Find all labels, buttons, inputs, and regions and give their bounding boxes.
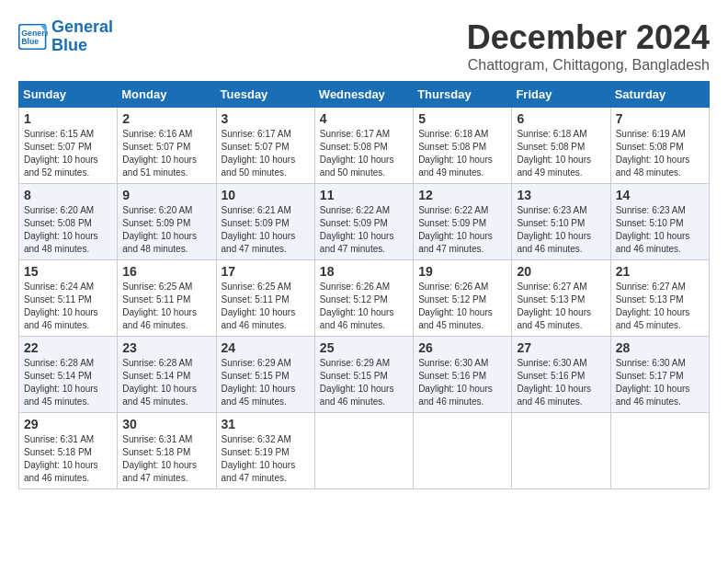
logo-icon: General Blue bbox=[18, 24, 48, 50]
day-info: Sunrise: 6:27 AMSunset: 5:13 PMDaylight:… bbox=[616, 281, 704, 332]
day-info: Sunrise: 6:29 AMSunset: 5:15 PMDaylight:… bbox=[320, 357, 408, 408]
day-info: Sunrise: 6:25 AMSunset: 5:11 PMDaylight:… bbox=[222, 281, 310, 332]
table-row: 28 Sunrise: 6:30 AMSunset: 5:17 PMDaylig… bbox=[610, 337, 709, 413]
day-number: 23 bbox=[122, 340, 210, 355]
day-number: 3 bbox=[222, 111, 310, 126]
day-info: Sunrise: 6:23 AMSunset: 5:10 PMDaylight:… bbox=[517, 204, 605, 256]
day-info: Sunrise: 6:23 AMSunset: 5:10 PMDaylight:… bbox=[616, 204, 704, 256]
table-row: 15 Sunrise: 6:24 AMSunset: 5:11 PMDaylig… bbox=[19, 260, 118, 337]
table-row bbox=[314, 413, 413, 489]
day-number: 30 bbox=[122, 417, 210, 431]
day-number: 4 bbox=[320, 111, 408, 126]
table-row: 1 Sunrise: 6:15 AMSunset: 5:07 PMDayligh… bbox=[19, 108, 118, 184]
table-row: 21 Sunrise: 6:27 AMSunset: 5:13 PMDaylig… bbox=[610, 260, 709, 337]
table-row: 5 Sunrise: 6:18 AMSunset: 5:08 PMDayligh… bbox=[414, 108, 512, 184]
table-row: 9 Sunrise: 6:20 AMSunset: 5:09 PMDayligh… bbox=[118, 184, 216, 260]
day-info: Sunrise: 6:15 AMSunset: 5:07 PMDaylight:… bbox=[24, 128, 112, 179]
table-row: 14 Sunrise: 6:23 AMSunset: 5:10 PMDaylig… bbox=[610, 184, 709, 260]
day-info: Sunrise: 6:30 AMSunset: 5:17 PMDaylight:… bbox=[616, 357, 704, 408]
day-info: Sunrise: 6:17 AMSunset: 5:08 PMDaylight:… bbox=[320, 128, 408, 179]
table-row: 29 Sunrise: 6:31 AMSunset: 5:18 PMDaylig… bbox=[19, 413, 118, 489]
table-row: 13 Sunrise: 6:23 AMSunset: 5:10 PMDaylig… bbox=[512, 184, 610, 260]
day-info: Sunrise: 6:26 AMSunset: 5:12 PMDaylight:… bbox=[320, 281, 408, 332]
day-number: 10 bbox=[222, 188, 310, 202]
table-row: 8 Sunrise: 6:20 AMSunset: 5:08 PMDayligh… bbox=[19, 184, 118, 260]
day-number: 16 bbox=[122, 264, 210, 279]
day-number: 19 bbox=[418, 264, 506, 279]
table-row: 24 Sunrise: 6:29 AMSunset: 5:15 PMDaylig… bbox=[216, 337, 314, 413]
table-row: 27 Sunrise: 6:30 AMSunset: 5:16 PMDaylig… bbox=[512, 337, 610, 413]
day-info: Sunrise: 6:21 AMSunset: 5:09 PMDaylight:… bbox=[222, 204, 310, 256]
table-row: 31 Sunrise: 6:32 AMSunset: 5:19 PMDaylig… bbox=[216, 413, 314, 489]
table-row: 6 Sunrise: 6:18 AMSunset: 5:08 PMDayligh… bbox=[512, 108, 610, 184]
table-row: 20 Sunrise: 6:27 AMSunset: 5:13 PMDaylig… bbox=[512, 260, 610, 337]
day-info: Sunrise: 6:18 AMSunset: 5:08 PMDaylight:… bbox=[418, 128, 506, 179]
table-row: 25 Sunrise: 6:29 AMSunset: 5:15 PMDaylig… bbox=[314, 337, 413, 413]
header-saturday: Saturday bbox=[610, 82, 709, 108]
day-number: 22 bbox=[24, 340, 112, 355]
day-number: 13 bbox=[517, 188, 605, 202]
day-number: 12 bbox=[418, 188, 506, 202]
day-number: 17 bbox=[222, 264, 310, 279]
day-info: Sunrise: 6:31 AMSunset: 5:18 PMDaylight:… bbox=[24, 433, 112, 485]
calendar-week-3: 15 Sunrise: 6:24 AMSunset: 5:11 PMDaylig… bbox=[19, 260, 710, 337]
day-number: 9 bbox=[122, 188, 210, 202]
svg-text:Blue: Blue bbox=[21, 37, 39, 46]
calendar-week-2: 8 Sunrise: 6:20 AMSunset: 5:08 PMDayligh… bbox=[19, 184, 710, 260]
day-info: Sunrise: 6:20 AMSunset: 5:09 PMDaylight:… bbox=[122, 204, 210, 256]
day-info: Sunrise: 6:20 AMSunset: 5:08 PMDaylight:… bbox=[24, 204, 112, 256]
day-info: Sunrise: 6:18 AMSunset: 5:08 PMDaylight:… bbox=[517, 128, 605, 179]
day-info: Sunrise: 6:16 AMSunset: 5:07 PMDaylight:… bbox=[122, 128, 210, 179]
table-row: 7 Sunrise: 6:19 AMSunset: 5:08 PMDayligh… bbox=[610, 108, 709, 184]
day-info: Sunrise: 6:19 AMSunset: 5:08 PMDaylight:… bbox=[616, 128, 704, 179]
day-info: Sunrise: 6:25 AMSunset: 5:11 PMDaylight:… bbox=[122, 281, 210, 332]
header-monday: Monday bbox=[118, 82, 216, 108]
header-tuesday: Tuesday bbox=[216, 82, 314, 108]
header-sunday: Sunday bbox=[19, 82, 118, 108]
day-number: 7 bbox=[616, 111, 704, 126]
logo: General Blue General Blue bbox=[18, 18, 113, 55]
logo-line1: General bbox=[51, 17, 113, 36]
day-number: 15 bbox=[24, 264, 112, 279]
day-number: 6 bbox=[517, 111, 605, 126]
day-info: Sunrise: 6:28 AMSunset: 5:14 PMDaylight:… bbox=[24, 357, 112, 408]
table-row: 4 Sunrise: 6:17 AMSunset: 5:08 PMDayligh… bbox=[314, 108, 413, 184]
table-row bbox=[610, 413, 709, 489]
page-header: General Blue General Blue December 2024 … bbox=[18, 18, 710, 74]
day-number: 26 bbox=[418, 340, 506, 355]
day-info: Sunrise: 6:27 AMSunset: 5:13 PMDaylight:… bbox=[517, 281, 605, 332]
calendar-table: Sunday Monday Tuesday Wednesday Thursday… bbox=[18, 81, 710, 489]
header-thursday: Thursday bbox=[414, 82, 512, 108]
table-row: 12 Sunrise: 6:22 AMSunset: 5:09 PMDaylig… bbox=[414, 184, 512, 260]
calendar-subtitle: Chattogram, Chittagong, Bangladesh bbox=[467, 57, 710, 74]
title-area: December 2024 Chattogram, Chittagong, Ba… bbox=[467, 18, 710, 74]
day-number: 8 bbox=[24, 188, 112, 202]
day-number: 31 bbox=[222, 417, 310, 431]
table-row: 17 Sunrise: 6:25 AMSunset: 5:11 PMDaylig… bbox=[216, 260, 314, 337]
table-row: 3 Sunrise: 6:17 AMSunset: 5:07 PMDayligh… bbox=[216, 108, 314, 184]
day-number: 20 bbox=[517, 264, 605, 279]
calendar-week-5: 29 Sunrise: 6:31 AMSunset: 5:18 PMDaylig… bbox=[19, 413, 710, 489]
table-row: 18 Sunrise: 6:26 AMSunset: 5:12 PMDaylig… bbox=[314, 260, 413, 337]
header-wednesday: Wednesday bbox=[314, 82, 413, 108]
day-info: Sunrise: 6:22 AMSunset: 5:09 PMDaylight:… bbox=[320, 204, 408, 256]
table-row: 16 Sunrise: 6:25 AMSunset: 5:11 PMDaylig… bbox=[118, 260, 216, 337]
day-info: Sunrise: 6:32 AMSunset: 5:19 PMDaylight:… bbox=[222, 433, 310, 485]
svg-text:General: General bbox=[21, 29, 48, 38]
day-info: Sunrise: 6:24 AMSunset: 5:11 PMDaylight:… bbox=[24, 281, 112, 332]
day-number: 29 bbox=[24, 417, 112, 431]
day-info: Sunrise: 6:17 AMSunset: 5:07 PMDaylight:… bbox=[222, 128, 310, 179]
day-info: Sunrise: 6:31 AMSunset: 5:18 PMDaylight:… bbox=[122, 433, 210, 485]
day-number: 24 bbox=[222, 340, 310, 355]
calendar-week-4: 22 Sunrise: 6:28 AMSunset: 5:14 PMDaylig… bbox=[19, 337, 710, 413]
day-number: 18 bbox=[320, 264, 408, 279]
header-friday: Friday bbox=[512, 82, 610, 108]
table-row: 30 Sunrise: 6:31 AMSunset: 5:18 PMDaylig… bbox=[118, 413, 216, 489]
day-number: 1 bbox=[24, 111, 112, 126]
day-number: 2 bbox=[122, 111, 210, 126]
day-number: 11 bbox=[320, 188, 408, 202]
day-info: Sunrise: 6:30 AMSunset: 5:16 PMDaylight:… bbox=[517, 357, 605, 408]
day-number: 28 bbox=[616, 340, 704, 355]
table-row: 19 Sunrise: 6:26 AMSunset: 5:12 PMDaylig… bbox=[414, 260, 512, 337]
day-number: 5 bbox=[418, 111, 506, 126]
